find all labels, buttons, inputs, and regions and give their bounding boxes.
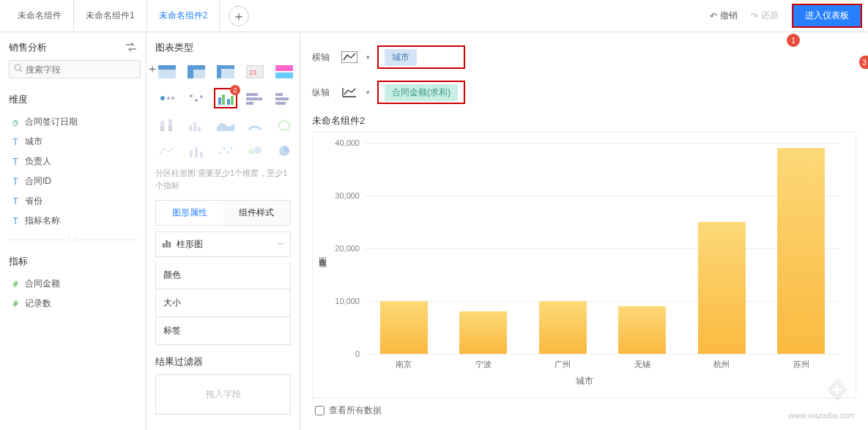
undo-button[interactable]: ↶ 撤销 <box>710 10 738 22</box>
chart-type-bar-grouped[interactable]: 2 <box>214 88 237 108</box>
text-icon: T <box>10 137 21 147</box>
bar-苏州[interactable] <box>777 148 825 354</box>
dim-metricname[interactable]: T指标名称 <box>9 211 137 231</box>
svg-rect-13 <box>275 73 293 78</box>
svg-rect-23 <box>231 96 234 105</box>
prop-label[interactable]: 标签 <box>155 317 291 345</box>
svg-line-1 <box>20 70 22 72</box>
callout-1: 1 <box>787 34 800 47</box>
bar-南京[interactable] <box>380 301 428 354</box>
svg-marker-37 <box>278 120 290 130</box>
chart-type-bar-h[interactable] <box>243 88 267 108</box>
swap-icon[interactable] <box>125 42 137 54</box>
chart-type-bar-line[interactable] <box>185 141 208 161</box>
prop-color[interactable]: 颜色 <box>155 262 291 289</box>
svg-point-42 <box>223 148 226 150</box>
main: 销售分析 ＋ 维度 ◷合同签订日期 T城市 T负责人 T合同ID T省份 T指标… <box>0 32 868 430</box>
chart-type-desc: 分区柱形图:需要至少1个维度，至少1个指标 <box>155 167 291 191</box>
chart-type-table-3[interactable] <box>214 62 237 82</box>
chart-type-pie[interactable] <box>272 141 296 161</box>
chart-type-table-2[interactable] <box>185 62 208 82</box>
divider[interactable] <box>9 240 137 240</box>
y-pill-amount[interactable]: 合同金额(求和) <box>385 84 458 101</box>
chart-type-calendar[interactable]: 23 <box>243 62 267 82</box>
svg-point-43 <box>227 152 229 154</box>
dim-province[interactable]: T省份 <box>9 191 137 211</box>
chart-types-title: 图表类型 <box>155 41 291 54</box>
svg-rect-26 <box>246 102 253 105</box>
y-tick: 20,000 <box>329 244 360 253</box>
tab-1[interactable]: 未命名组件1 <box>74 0 147 31</box>
svg-rect-24 <box>246 93 258 96</box>
search-input[interactable] <box>26 64 136 75</box>
dim-city[interactable]: T城市 <box>9 132 137 152</box>
redo-button[interactable]: ↷ 还原 <box>751 10 779 22</box>
props-style-tabs: 图形属性 组件样式 <box>155 200 291 226</box>
svg-rect-31 <box>160 127 164 131</box>
bar-杭州[interactable] <box>698 222 746 354</box>
chart-type-bar-stack[interactable] <box>155 114 179 135</box>
callout-2: 2 <box>230 85 240 95</box>
text-icon: T <box>10 157 21 167</box>
y-tick: 10,000 <box>329 297 360 305</box>
tab-2[interactable]: 未命名组件2 <box>147 0 220 31</box>
x-axis-label: 横轴 <box>312 51 334 64</box>
prop-size[interactable]: 大小 <box>155 289 291 317</box>
svg-rect-40 <box>200 152 203 157</box>
dim-date[interactable]: ◷合同签订日期 <box>9 112 137 132</box>
chart-type-line[interactable] <box>155 141 179 161</box>
x-pill-city[interactable]: 城市 <box>385 49 417 66</box>
chart-type-scatter[interactable] <box>214 141 237 161</box>
chart-type-dot-2[interactable] <box>185 88 208 108</box>
svg-point-18 <box>195 99 198 102</box>
text-icon: T <box>10 216 21 226</box>
tab-component-style[interactable]: 组件样式 <box>223 201 291 225</box>
bar-宁波[interactable] <box>459 311 507 354</box>
svg-rect-50 <box>168 242 171 248</box>
add-tab-button[interactable]: ＋ <box>229 6 249 26</box>
tab-0[interactable]: 未命名组件 <box>6 0 74 31</box>
x-axis-icon[interactable] <box>341 51 359 63</box>
chart-type-bubble[interactable] <box>243 141 267 161</box>
y-axis-dropzone[interactable]: 合同金额(求和) <box>377 81 465 104</box>
bar-无锡[interactable] <box>618 306 666 354</box>
chart-x-label: 城市 <box>576 375 593 388</box>
dim-contractid[interactable]: T合同ID <box>9 171 137 191</box>
svg-point-15 <box>167 97 170 100</box>
x-axis-dropdown-icon[interactable]: ▾ <box>366 53 370 61</box>
y-axis-dropdown-icon[interactable]: ▾ <box>366 89 370 96</box>
svg-point-41 <box>220 152 222 155</box>
chart-shape-dropdown[interactable]: 柱形图 ﹀ <box>155 231 291 257</box>
dataset-title: 销售分析 <box>9 41 47 54</box>
filter-dropzone[interactable]: 拖入字段 <box>155 374 291 415</box>
tab-graphic-props[interactable]: 图形属性 <box>156 201 223 225</box>
y-tick: 40,000 <box>329 138 360 147</box>
search-box[interactable] <box>9 60 141 78</box>
x-axis-dropzone[interactable]: 城市 <box>377 45 465 69</box>
svg-point-17 <box>190 94 193 97</box>
chart-type-table-1[interactable] <box>155 62 179 82</box>
chart-type-area-wave[interactable] <box>214 114 237 135</box>
svg-rect-21 <box>222 94 225 105</box>
chart-type-bar-stack2[interactable] <box>185 114 208 135</box>
y-axis-row: 纵轴 ▾ 合同金额(求和) <box>312 75 856 110</box>
meas-amount[interactable]: #合同金额 <box>9 274 137 294</box>
chart-type-radar[interactable] <box>272 114 296 135</box>
chart-panel: 图表类型 232 分区柱形图:需要至少1个维度，至少1个指标 图形属性 组件样式… <box>146 32 300 430</box>
chart-type-bar-h2[interactable] <box>272 88 296 108</box>
chart-type-kpi[interactable] <box>272 62 296 82</box>
meas-count[interactable]: #记录数 <box>9 294 137 314</box>
svg-point-45 <box>248 149 254 155</box>
bar-广州[interactable] <box>539 301 587 354</box>
dashboard-button[interactable]: 进入仪表板 <box>792 4 862 28</box>
dim-owner[interactable]: T负责人 <box>9 152 137 171</box>
undo-label: 撤销 <box>720 10 738 22</box>
chart-shape-label: 柱形图 <box>177 238 203 251</box>
svg-rect-28 <box>275 97 289 100</box>
y-axis-icon[interactable] <box>341 86 359 98</box>
view-all-checkbox[interactable] <box>315 406 324 415</box>
chart-type-dot-1[interactable] <box>155 88 179 108</box>
chart-type-gauge[interactable] <box>243 114 267 135</box>
svg-rect-6 <box>193 65 205 70</box>
svg-rect-48 <box>163 243 165 248</box>
